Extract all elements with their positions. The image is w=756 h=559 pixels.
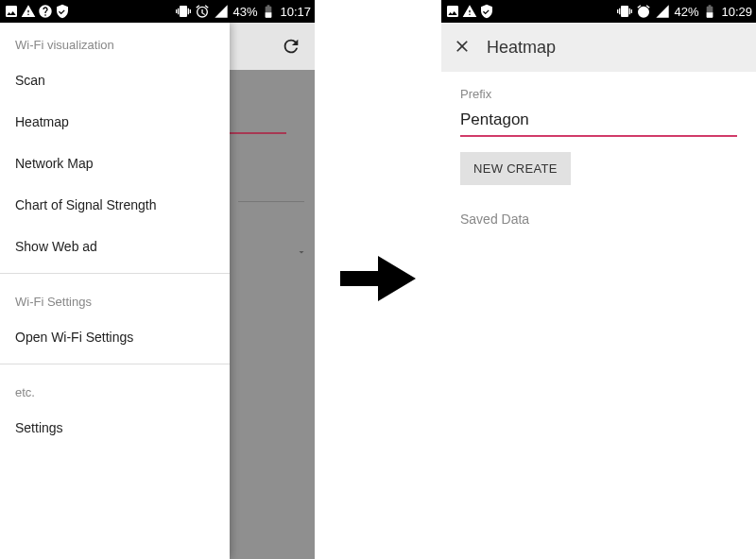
nav-drawer: Wi-Fi visualization Scan Heatmap Network… bbox=[0, 23, 230, 559]
battery-percent: 43% bbox=[232, 5, 257, 19]
drawer-item-heatmap[interactable]: Heatmap bbox=[0, 101, 230, 143]
drawer-item-web-ad[interactable]: Show Web ad bbox=[0, 226, 230, 267]
field-underline bbox=[238, 201, 304, 202]
clock-time: 10:17 bbox=[280, 5, 311, 19]
divider bbox=[0, 273, 230, 274]
status-bar-right: 42% 10:29 bbox=[441, 0, 756, 23]
close-icon[interactable] bbox=[453, 37, 472, 59]
vibrate-icon bbox=[617, 4, 632, 19]
refresh-icon[interactable] bbox=[281, 36, 301, 57]
alarm-icon bbox=[636, 4, 651, 19]
transition-arrow bbox=[315, 0, 441, 559]
new-create-button[interactable]: NEW CREATE bbox=[460, 152, 571, 185]
image-icon bbox=[445, 4, 460, 19]
warning-icon bbox=[462, 4, 477, 19]
drawer-item-settings[interactable]: Settings bbox=[0, 407, 230, 449]
battery-percent: 42% bbox=[674, 5, 698, 19]
shield-icon bbox=[479, 4, 494, 19]
field-label-prefix: Prefix bbox=[460, 87, 737, 101]
phone-left: 43% 10:17 Wi-Fi visualization Scan Heatm… bbox=[0, 0, 315, 559]
prefix-input[interactable] bbox=[460, 107, 737, 137]
image-icon bbox=[4, 4, 19, 19]
tab-indicator bbox=[230, 132, 286, 134]
toolbar: Heatmap bbox=[441, 23, 756, 72]
help-icon bbox=[38, 4, 53, 19]
arrow-right-icon bbox=[340, 250, 416, 310]
signal-icon bbox=[655, 4, 670, 19]
signal-icon bbox=[214, 4, 229, 19]
drawer-section-header: Wi-Fi visualization bbox=[0, 23, 230, 59]
battery-icon bbox=[261, 4, 276, 19]
drawer-section-header: etc. bbox=[0, 370, 230, 407]
drawer-item-network-map[interactable]: Network Map bbox=[0, 143, 230, 184]
drawer-item-scan[interactable]: Scan bbox=[0, 59, 230, 101]
clock-time: 10:29 bbox=[721, 5, 752, 19]
shield-icon bbox=[55, 4, 70, 19]
drawer-item-open-wifi[interactable]: Open Wi-Fi Settings bbox=[0, 316, 230, 358]
saved-data-label: Saved Data bbox=[460, 212, 737, 227]
drawer-section-header: Wi-Fi Settings bbox=[0, 280, 230, 316]
form-body: Prefix NEW CREATE Saved Data bbox=[441, 72, 756, 559]
heatmap-screen: Heatmap Prefix NEW CREATE Saved Data bbox=[441, 23, 756, 559]
vibrate-icon bbox=[176, 4, 191, 19]
warning-icon bbox=[21, 4, 36, 19]
chevron-down-icon[interactable] bbox=[296, 246, 307, 261]
battery-icon bbox=[702, 4, 717, 19]
divider bbox=[0, 364, 230, 364]
drawer-item-chart-signal[interactable]: Chart of Signal Strength bbox=[0, 184, 230, 226]
phone-right: 42% 10:29 Heatmap Prefix NEW CREATE Save… bbox=[441, 0, 756, 559]
page-title: Heatmap bbox=[487, 38, 556, 58]
alarm-icon bbox=[195, 4, 210, 19]
status-bar-left: 43% 10:17 bbox=[0, 0, 315, 23]
